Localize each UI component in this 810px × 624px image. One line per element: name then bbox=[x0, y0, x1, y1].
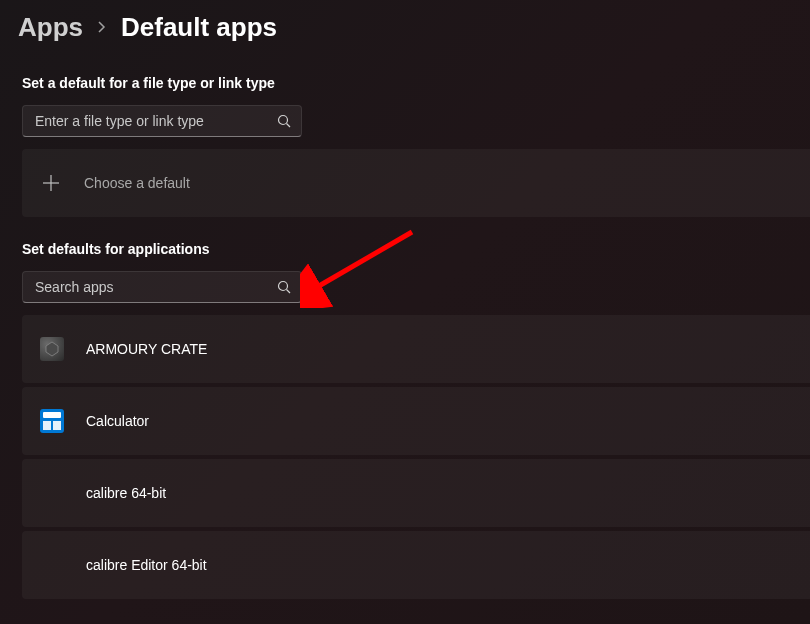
app-row[interactable]: calibre Editor 64-bit bbox=[22, 531, 810, 599]
app-name-label: calibre 64-bit bbox=[86, 485, 166, 501]
choose-default-label: Choose a default bbox=[84, 175, 190, 191]
page-title: Default apps bbox=[121, 12, 277, 43]
choose-default-button[interactable]: Choose a default bbox=[22, 149, 810, 217]
filetype-section-label: Set a default for a file type or link ty… bbox=[0, 51, 810, 101]
chevron-right-icon bbox=[97, 19, 107, 37]
app-icon bbox=[40, 409, 64, 433]
app-row[interactable]: calibre 64-bit bbox=[22, 459, 810, 527]
apps-search-input[interactable] bbox=[35, 279, 277, 295]
app-icon bbox=[40, 553, 64, 577]
app-row[interactable]: ARMOURY CRATE bbox=[22, 315, 810, 383]
svg-line-5 bbox=[287, 290, 291, 294]
apps-section-label: Set defaults for applications bbox=[0, 217, 810, 267]
app-list: ARMOURY CRATECalculatorcalibre 64-bitcal… bbox=[0, 315, 810, 599]
app-name-label: calibre Editor 64-bit bbox=[86, 557, 207, 573]
app-name-label: ARMOURY CRATE bbox=[86, 341, 207, 357]
app-icon bbox=[40, 337, 64, 361]
app-row[interactable]: Calculator bbox=[22, 387, 810, 455]
svg-line-1 bbox=[287, 124, 291, 128]
filetype-search-input[interactable] bbox=[35, 113, 277, 129]
filetype-search-box[interactable] bbox=[22, 105, 302, 137]
svg-point-0 bbox=[279, 116, 288, 125]
svg-marker-6 bbox=[46, 342, 58, 356]
app-name-label: Calculator bbox=[86, 413, 149, 429]
svg-point-4 bbox=[279, 282, 288, 291]
search-icon bbox=[277, 114, 291, 128]
breadcrumb-apps-link[interactable]: Apps bbox=[18, 12, 83, 43]
apps-search-box[interactable] bbox=[22, 271, 302, 303]
app-icon bbox=[40, 481, 64, 505]
search-icon bbox=[277, 280, 291, 294]
plus-icon bbox=[40, 172, 62, 194]
breadcrumb: Apps Default apps bbox=[0, 0, 810, 51]
